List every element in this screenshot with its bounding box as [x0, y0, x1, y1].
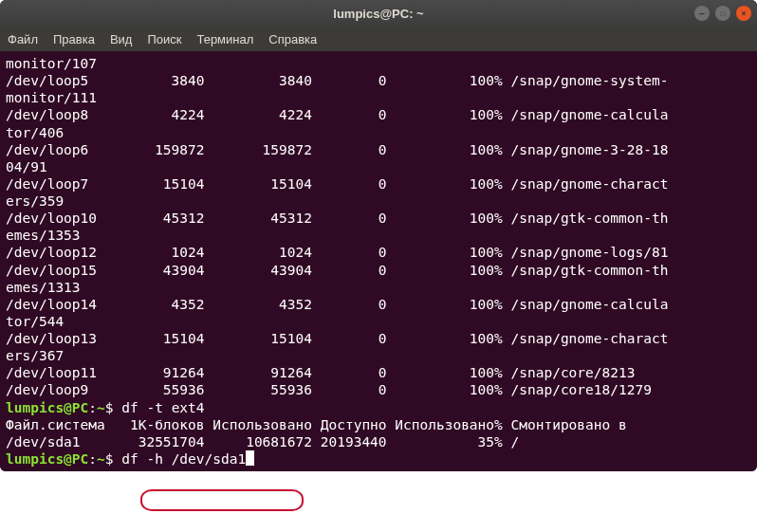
df-row: /dev/loop15 43904 43904 0 100% /snap/gtk… [6, 263, 668, 278]
output-wrap: monitor/111 [6, 90, 97, 105]
window-title: lumpics@PC: ~ [333, 7, 423, 21]
menu-search[interactable]: Поиск [147, 32, 181, 46]
prompt-userhost: lumpics@PC [6, 400, 88, 415]
output-wrap: monitor/107 [6, 56, 97, 71]
menu-view[interactable]: Вид [110, 32, 133, 46]
command-1: df -t ext4 [121, 400, 204, 415]
df-row: /dev/loop14 4352 4352 0 100% /snap/gnome… [6, 297, 668, 312]
output-wrap: tor/544 [6, 314, 64, 329]
menu-terminal[interactable]: Терминал [196, 32, 253, 46]
df-header: Файл.система 1K-блоков Использовано Дост… [6, 417, 627, 432]
df-row: /dev/loop12 1024 1024 0 100% /snap/gnome… [6, 245, 668, 260]
minimize-button[interactable]: – [694, 6, 710, 21]
menubar: Файл Правка Вид Поиск Терминал Справка [0, 27, 757, 51]
maximize-button[interactable]: ☐ [715, 6, 730, 21]
output-wrap: emes/1353 [6, 228, 81, 243]
output-wrap: ers/359 [6, 193, 64, 209]
df-row: /dev/loop13 15104 15104 0 100% /snap/gno… [6, 331, 668, 346]
df-row: /dev/loop8 4224 4224 0 100% /snap/gnome-… [6, 107, 668, 122]
df-row: /dev/loop5 3840 3840 0 100% /snap/gnome-… [6, 73, 668, 88]
output-wrap: 04/91 [6, 159, 47, 174]
df-row: /dev/loop6 159872 159872 0 100% /snap/gn… [6, 142, 668, 157]
output-wrap: ers/367 [6, 348, 64, 363]
df-row-ext4: /dev/sda1 32551704 10681672 20193440 35%… [6, 434, 519, 449]
highlight-annotation [140, 489, 304, 511]
menu-file[interactable]: Файл [8, 32, 38, 46]
df-row: /dev/loop9 55936 55936 0 100% /snap/core… [6, 382, 652, 397]
close-button[interactable]: × [736, 6, 751, 21]
cursor [246, 450, 254, 466]
terminal-output[interactable]: monitor/107 /dev/loop5 3840 3840 0 100% … [0, 51, 757, 471]
prompt-path: ~ [97, 400, 105, 415]
df-row: /dev/loop10 45312 45312 0 100% /snap/gtk… [6, 211, 668, 226]
titlebar: lumpics@PC: ~ – ☐ × [0, 0, 757, 27]
command-2: df -h /dev/sda1 [121, 451, 246, 467]
df-row: /dev/loop11 91264 91264 0 100% /snap/cor… [6, 365, 635, 380]
df-row: /dev/loop7 15104 15104 0 100% /snap/gnom… [6, 176, 668, 192]
prompt-path: ~ [97, 451, 105, 467]
output-wrap: tor/406 [6, 125, 64, 140]
terminal-window: lumpics@PC: ~ – ☐ × Файл Правка Вид Поис… [0, 0, 757, 471]
window-controls: – ☐ × [694, 6, 751, 21]
output-wrap: emes/1313 [6, 280, 81, 295]
prompt-userhost: lumpics@PC [6, 451, 88, 467]
menu-help[interactable]: Справка [268, 32, 317, 46]
menu-edit[interactable]: Правка [53, 32, 95, 46]
